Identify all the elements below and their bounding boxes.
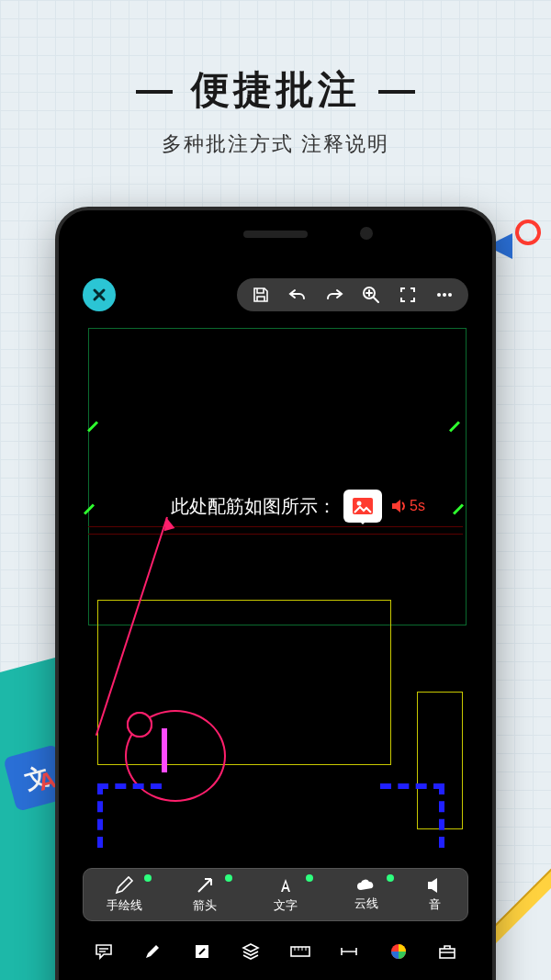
pencil-icon (144, 943, 161, 960)
sound-icon (389, 497, 408, 515)
save-button[interactable] (244, 278, 277, 311)
toolbox-button[interactable] (431, 935, 464, 968)
svg-point-6 (443, 293, 446, 297)
toolbox-icon (438, 943, 456, 960)
page-title: 便捷批注 (191, 64, 360, 116)
save-icon (253, 287, 269, 303)
close-icon (92, 287, 107, 302)
measure-icon (339, 945, 359, 958)
cloud-icon (355, 877, 377, 894)
tool-cloud[interactable]: 云线 (326, 869, 407, 920)
comment-button[interactable] (87, 935, 120, 968)
redo-button[interactable] (318, 278, 351, 311)
undo-button[interactable] (281, 278, 314, 311)
drawing-canvas[interactable]: 此处配筋如图所示： 5s (70, 324, 481, 864)
tool-label: 云线 (354, 896, 378, 912)
tool-freehand[interactable]: 手绘线 (84, 869, 164, 920)
tool-audio[interactable]: 音 (407, 869, 462, 920)
app-screen: 此处配筋如图所示： 5s 手绘线 (70, 265, 481, 974)
redo-icon (325, 287, 343, 303)
annotation-text: 此处配筋如图所示： (171, 494, 336, 519)
fullscreen-button[interactable] (391, 278, 424, 311)
tool-arrow[interactable]: 箭头 (164, 869, 245, 920)
layers-icon (242, 942, 260, 961)
selection-corner (380, 783, 444, 848)
close-button[interactable] (83, 278, 116, 311)
cad-line (88, 534, 463, 535)
fullscreen-icon (399, 287, 416, 303)
measure-button[interactable] (332, 935, 365, 968)
top-toolbar (237, 278, 468, 311)
color-button[interactable] (382, 935, 415, 968)
new-dot-icon (387, 874, 394, 882)
tool-text[interactable]: 文字 (245, 869, 326, 920)
annotation-toolbar: 手绘线 箭头 文字 云线 音 (83, 868, 468, 921)
phone-speaker (243, 231, 308, 238)
annotation-image-badge[interactable] (343, 490, 382, 523)
image-icon (352, 497, 374, 515)
svg-point-9 (357, 501, 362, 506)
speaker-icon (426, 876, 443, 895)
undo-icon (288, 287, 307, 303)
ruler-button[interactable] (284, 935, 317, 968)
promo-header: 便捷批注 多种批注方式 注释说明 (0, 0, 551, 158)
tool-label: 手绘线 (107, 897, 142, 914)
phone-camera (360, 227, 373, 240)
text-icon (276, 875, 296, 896)
bottom-toolbar (70, 929, 481, 974)
tool-label: 箭头 (193, 897, 217, 914)
annotation-callout[interactable]: 此处配筋如图所示： 5s (171, 490, 472, 523)
cad-line (88, 526, 463, 527)
edit-button[interactable] (136, 935, 169, 968)
new-dot-icon (225, 874, 232, 882)
new-dot-icon (306, 874, 313, 882)
tool-label: 文字 (274, 897, 298, 914)
new-dot-icon (144, 874, 152, 882)
zoom-icon (362, 286, 380, 304)
pencil-icon (114, 875, 134, 896)
zoom-button[interactable] (354, 278, 388, 311)
page-subtitle: 多种批注方式 注释说明 (0, 130, 551, 158)
arrow-icon (195, 875, 215, 896)
selection-corner (97, 783, 162, 848)
layers-button[interactable] (234, 935, 267, 968)
ruler-icon (290, 946, 310, 957)
svg-point-7 (448, 293, 452, 297)
audio-duration: 5s (410, 498, 425, 514)
annotation-audio-badge[interactable]: 5s (389, 497, 425, 515)
svg-point-5 (437, 293, 441, 297)
draw-button[interactable] (186, 935, 219, 968)
more-icon (436, 292, 453, 298)
svg-point-0 (517, 221, 539, 243)
color-wheel-icon (389, 942, 408, 961)
comment-icon (95, 943, 113, 960)
edit-square-icon (194, 943, 210, 960)
svg-rect-11 (291, 947, 309, 956)
annotation-marker (162, 728, 167, 772)
svg-rect-13 (440, 949, 455, 958)
more-button[interactable] (428, 278, 461, 311)
tool-label: 音 (429, 896, 441, 913)
phone-frame: 此处配筋如图所示： 5s 手绘线 (55, 207, 496, 980)
